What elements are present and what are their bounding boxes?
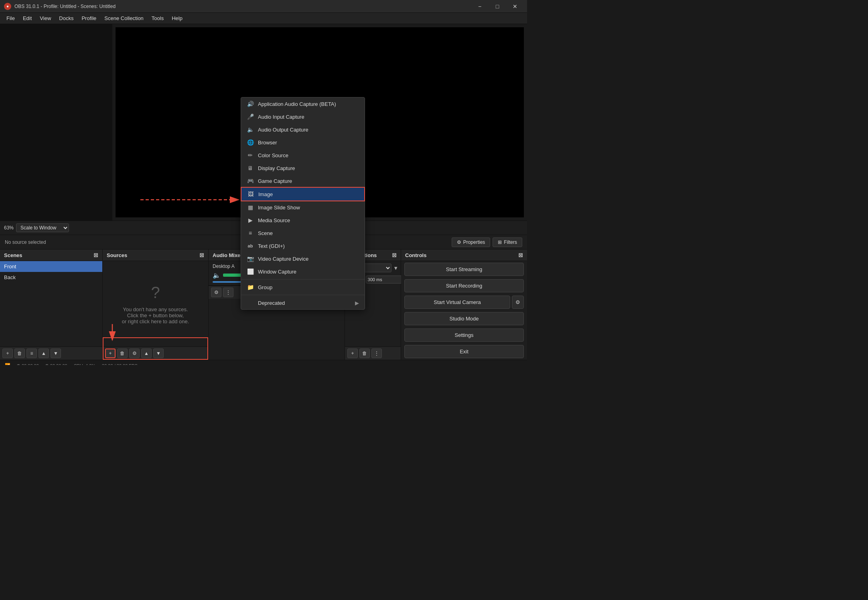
sources-question-icon: ?: [151, 284, 160, 302]
dropdown-item-audio-input[interactable]: 🎤 Audio Input Capture: [241, 110, 365, 123]
app-audio-icon: 🔊: [247, 100, 254, 107]
dropdown-item-deprecated[interactable]: Deprecated ▶: [241, 296, 365, 309]
menu-scene-collection[interactable]: Scene Collection: [100, 14, 148, 23]
scene-item-front[interactable]: Front: [0, 261, 102, 272]
dropdown-item-audio-output[interactable]: 🔈 Audio Output Capture: [241, 123, 365, 136]
dropdown-item-label: Scene: [258, 230, 273, 236]
transition-remove-button[interactable]: 🗑: [359, 349, 370, 358]
studio-mode-button[interactable]: Studio Mode: [404, 312, 524, 325]
menu-bar: File Edit View Docks Profile Scene Colle…: [0, 13, 527, 24]
scene-up-button[interactable]: ▲: [39, 349, 49, 358]
maximize-button[interactable]: □: [489, 1, 505, 12]
dropdown-item-label: Image: [258, 191, 273, 197]
dropdown-item-label: Display Capture: [258, 165, 295, 171]
start-virtual-camera-button[interactable]: Start Virtual Camera: [404, 296, 510, 309]
volume-icon[interactable]: 🔈: [213, 272, 221, 279]
menu-tools[interactable]: Tools: [148, 14, 168, 23]
dropdown-item-label: Media Source: [258, 217, 290, 223]
virtual-camera-row: Start Virtual Camera ⚙: [404, 296, 524, 309]
exit-button[interactable]: Exit: [404, 345, 524, 358]
dropdown-item-label: Audio Output Capture: [258, 127, 308, 133]
deprecated-arrow-icon: ▶: [355, 300, 359, 306]
signal-icon: 📶: [5, 363, 10, 365]
dropdown-item-display-capture[interactable]: 🖥 Display Capture: [241, 162, 365, 174]
dropdown-item-group[interactable]: 📁 Group: [241, 281, 365, 294]
deprecated-icon: [247, 299, 254, 306]
menu-view[interactable]: View: [36, 14, 55, 23]
dropdown-item-browser[interactable]: 🌐 Browser: [241, 136, 365, 149]
dropdown-item-label: Application Audio Capture (BETA): [258, 101, 336, 107]
dropdown-item-game-capture[interactable]: 🎮 Game Capture: [241, 174, 365, 187]
title-bar: ● OBS 31.0.1 - Profile: Untitled - Scene…: [0, 0, 527, 13]
display-capture-icon: 🖥: [247, 164, 254, 172]
source-add-button[interactable]: +: [105, 349, 116, 358]
start-streaming-button[interactable]: Start Streaming: [404, 263, 524, 276]
sources-expand-icon[interactable]: ⊠: [199, 252, 204, 258]
transition-add-button[interactable]: +: [347, 349, 358, 358]
scenes-expand-icon[interactable]: ⊠: [93, 252, 98, 258]
audio-mixer-label: Audio Mixer: [213, 252, 242, 258]
start-recording-button[interactable]: Start Recording: [404, 279, 524, 292]
cpu-status: CPU: 4.0%: [74, 363, 95, 365]
menu-file[interactable]: File: [2, 14, 19, 23]
controls-panel: Controls ⊠ Start Streaming Start Recordi…: [401, 249, 527, 360]
audio-settings-button[interactable]: ⚙: [211, 288, 221, 297]
dropdown-item-label: Text (GDI+): [258, 243, 285, 249]
minimize-button[interactable]: −: [472, 1, 488, 12]
close-button[interactable]: ✕: [507, 1, 523, 12]
transitions-expand-icon[interactable]: ⊠: [392, 252, 397, 258]
sources-panel: Sources ⊠ ? You don't have any sources.C…: [103, 249, 209, 360]
sources-empty-text: You don't have any sources.Click the + b…: [122, 306, 189, 324]
dropdown-separator-2: [241, 295, 365, 295]
source-remove-button[interactable]: 🗑: [117, 349, 128, 358]
audio-output-icon: 🔈: [247, 126, 254, 133]
scene-down-button[interactable]: ▼: [51, 349, 61, 358]
transition-chevron-icon: ▼: [393, 265, 398, 271]
dropdown-separator-1: [241, 279, 365, 280]
source-up-button[interactable]: ▲: [141, 349, 152, 358]
dropdown-item-image-slideshow[interactable]: ▦ Image Slide Show: [241, 201, 365, 214]
controls-expand-icon[interactable]: ⊠: [518, 252, 523, 258]
sources-empty-state[interactable]: ? You don't have any sources.Click the +…: [103, 261, 208, 347]
dropdown-item-text-gdi[interactable]: ab Text (GDI+): [241, 239, 365, 252]
dropdown-item-scene[interactable]: ≡ Scene: [241, 227, 365, 239]
window-capture-icon: ⬜: [247, 268, 254, 275]
dropdown-item-label: Window Capture: [258, 269, 296, 275]
scene-remove-button[interactable]: 🗑: [14, 349, 25, 358]
scene-item-back[interactable]: Back: [0, 272, 102, 283]
filters-button[interactable]: ⊞ Filters: [493, 237, 522, 247]
menu-help[interactable]: Help: [168, 14, 187, 23]
dropdown-item-label: Image Slide Show: [258, 205, 300, 211]
record-dot: [17, 364, 20, 365]
scale-dropdown[interactable]: Scale to Window Stretch to Window: [16, 223, 69, 232]
menu-profile[interactable]: Profile: [77, 14, 100, 23]
group-icon: 📁: [247, 284, 254, 291]
dropdown-item-label: Deprecated: [258, 300, 285, 306]
scenes-panel-footer: + 🗑 ≡ ▲ ▼: [0, 347, 102, 360]
scene-filter-button[interactable]: ≡: [26, 349, 37, 358]
dropdown-item-color-source[interactable]: ✏ Color Source: [241, 149, 365, 162]
dropdown-item-label: Group: [258, 284, 272, 290]
menu-docks[interactable]: Docks: [55, 14, 77, 23]
controls-header: Controls ⊠: [401, 249, 527, 261]
source-down-button[interactable]: ▼: [153, 349, 164, 358]
fps-status: 30.00 / 30.00 FPS: [102, 363, 138, 365]
fps-label: 30.00 / 30.00 FPS: [102, 363, 138, 365]
virtual-camera-settings-icon[interactable]: ⚙: [512, 296, 524, 309]
dropdown-item-label: Game Capture: [258, 178, 292, 184]
dropdown-item-window-capture[interactable]: ⬜ Window Capture: [241, 265, 365, 278]
dropdown-item-app-audio[interactable]: 🔊 Application Audio Capture (BETA): [241, 97, 365, 110]
settings-button[interactable]: Settings: [404, 328, 524, 342]
dropdown-item-video-capture[interactable]: 📷 Video Capture Device: [241, 252, 365, 265]
stream-time: 00:00:00: [50, 363, 67, 365]
menu-edit[interactable]: Edit: [19, 14, 36, 23]
dropdown-item-image[interactable]: 🖼 Image: [241, 187, 365, 201]
audio-more-button[interactable]: ⋮: [223, 288, 233, 297]
scene-list: Front Back: [0, 261, 102, 347]
properties-button[interactable]: ⚙ Properties: [452, 237, 491, 247]
dropdown-item-media-source[interactable]: ▶ Media Source: [241, 214, 365, 227]
transition-more-button[interactable]: ⋮: [371, 349, 382, 358]
scene-icon: ≡: [247, 229, 254, 237]
scene-add-button[interactable]: +: [2, 349, 13, 358]
source-settings-button[interactable]: ⚙: [129, 349, 140, 358]
